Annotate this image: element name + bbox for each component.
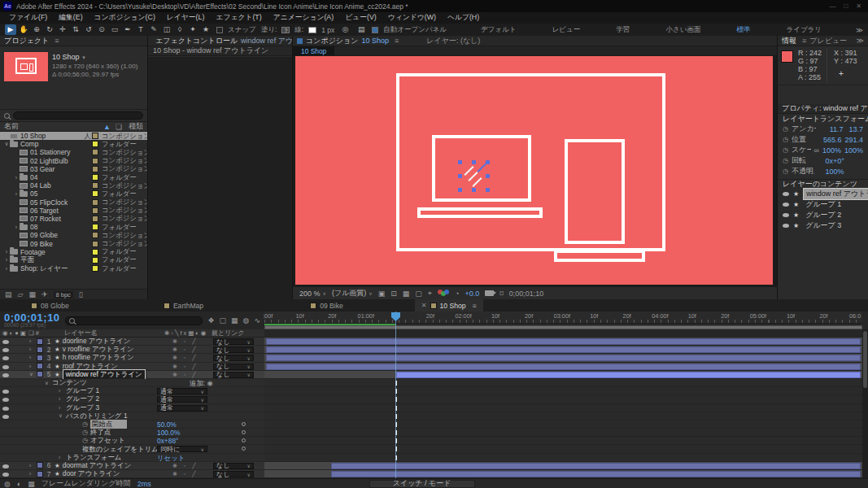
expand-arrow-icon[interactable]: › xyxy=(3,257,10,263)
layer-track[interactable] xyxy=(264,470,862,478)
timeline-row[interactable]: ∨ ★ ◷ パスのトリミング 1 xyxy=(0,412,868,420)
layer-duration-bar[interactable] xyxy=(266,346,861,353)
layer-duration-bar[interactable] xyxy=(266,364,861,370)
layer-track[interactable] xyxy=(264,379,862,387)
eye-icon[interactable] xyxy=(783,192,789,196)
maximize-button[interactable]: □ xyxy=(844,2,848,10)
expand-arrow-icon[interactable]: ∨ xyxy=(3,141,10,147)
project-item[interactable]: ∨ Comp 人 フォルダー xyxy=(0,140,147,148)
timeline-row[interactable]: › ★ ◷ グループ 3 通常 xyxy=(0,404,868,412)
transform-property-row[interactable]: ◷ アンカー 11.7 13.7 xyxy=(778,124,868,134)
tab-effect-controls[interactable]: エフェクトコントロール xyxy=(155,36,238,46)
interpret-footage-icon[interactable]: ▤ xyxy=(5,290,12,298)
expand-arrow-icon[interactable]: › xyxy=(13,224,20,230)
property-value-1[interactable]: 565.6 xyxy=(823,136,842,144)
expand-arrow-icon[interactable]: › xyxy=(59,396,63,402)
stopwatch-icon[interactable]: ◷ xyxy=(783,146,788,154)
item-name[interactable]: 04 Lab xyxy=(30,181,92,190)
label-color-swatch[interactable] xyxy=(92,265,98,272)
stopwatch-icon[interactable]: ◷ xyxy=(82,420,88,428)
item-name[interactable]: Shop: レイヤー xyxy=(20,264,92,273)
hand-tool-icon[interactable]: ✋ xyxy=(18,24,29,35)
stopwatch-icon[interactable]: ◷ xyxy=(783,125,788,133)
orbit-camera-tool-icon[interactable]: ↻ xyxy=(44,24,55,35)
label-color-swatch[interactable] xyxy=(92,232,98,238)
timeline-vertical-scrollbar[interactable] xyxy=(862,329,868,478)
trash-icon[interactable]: ▯ xyxy=(79,290,83,298)
bit-depth-button[interactable]: 8 bpc xyxy=(54,291,73,298)
timeline-row[interactable]: › ★ ◷ グループ 1 通常 xyxy=(0,387,868,395)
column-parent-link[interactable]: 親とリンク xyxy=(212,329,245,338)
auto-open-checkbox[interactable] xyxy=(372,27,378,33)
folder-panel-icon[interactable]: ▤ xyxy=(355,24,367,35)
workspace-tab[interactable]: 学習 xyxy=(609,25,636,35)
layer-track[interactable] xyxy=(264,404,862,412)
property-value-1[interactable]: 100% xyxy=(826,168,844,176)
layer-track[interactable] xyxy=(264,454,862,462)
layer-track[interactable] xyxy=(264,363,862,371)
adjust-icon[interactable]: ✈ xyxy=(41,290,48,298)
layer-label-swatch[interactable] xyxy=(37,338,43,345)
expand-arrow-icon[interactable]: › xyxy=(13,175,20,181)
eraser-tool-icon[interactable]: ◊ xyxy=(174,24,185,35)
project-item[interactable]: 10 Shop 人 コンポジション xyxy=(0,132,147,140)
item-name[interactable]: 09 Globe xyxy=(30,231,92,239)
viewer-tab-10-shop[interactable]: 10 Shop xyxy=(293,46,334,55)
layer-track[interactable] xyxy=(264,445,862,453)
item-name[interactable]: 01 Stationery xyxy=(30,148,92,156)
label-color-swatch[interactable] xyxy=(92,133,98,139)
workspace-tab[interactable]: 小さい画面 xyxy=(659,25,707,35)
property-value-1[interactable]: 11.7 xyxy=(827,125,843,133)
expand-arrow-icon[interactable]: › xyxy=(29,338,34,344)
parent-link-dropdown[interactable]: なし xyxy=(213,471,254,477)
expand-arrow-icon[interactable]: › xyxy=(29,346,34,352)
selection-tool-icon[interactable]: ▶ xyxy=(5,24,16,35)
viewer-timecode[interactable]: 0;00;01;10 xyxy=(509,290,544,298)
eye-icon[interactable] xyxy=(2,464,9,468)
timeline-tab[interactable]: 08 Globe xyxy=(24,299,76,312)
toggle-icon-a[interactable]: ◍ xyxy=(4,480,11,488)
project-item[interactable]: 03 Gear 人 コンポジション xyxy=(0,165,147,173)
label-color-swatch[interactable] xyxy=(92,199,98,206)
menu-item[interactable]: ウィンドウ(W) xyxy=(382,13,442,23)
label-color-swatch[interactable] xyxy=(92,174,98,181)
label-color-swatch[interactable] xyxy=(92,207,98,214)
content-item-name[interactable]: グループ 1 xyxy=(803,199,844,210)
timeline-tab[interactable]: EarthMap xyxy=(157,299,210,312)
parent-link-dropdown[interactable]: なし xyxy=(213,338,254,345)
panel-overflow-icon[interactable]: ≫ xyxy=(857,37,864,45)
guides-icon[interactable]: ▢ xyxy=(415,290,422,298)
snap-checkbox[interactable] xyxy=(216,27,223,33)
transform-property-row[interactable]: ◷ 位置 565.6 291.4 xyxy=(778,134,868,145)
new-composition-icon[interactable]: ▦ xyxy=(28,290,36,298)
sort-arrow-icon[interactable]: ▲ xyxy=(103,123,111,131)
time-ruler[interactable]: :00f10f20f01:00f20f02:00f10f20f03:00f10f… xyxy=(264,312,862,324)
menu-item[interactable]: アニメーション(A) xyxy=(268,13,340,23)
layer-duration-bar[interactable] xyxy=(266,338,861,345)
draft-3d-icon[interactable]: ▢ xyxy=(220,316,227,325)
menu-item[interactable]: ビュー(V) xyxy=(339,13,382,23)
label-color-swatch[interactable] xyxy=(92,141,98,147)
parent-link-dropdown[interactable]: なし xyxy=(213,355,254,361)
zoom-level-dropdown[interactable]: 200 %∨ xyxy=(299,290,326,298)
blend-mode-dropdown[interactable]: 同時に xyxy=(157,446,207,452)
current-timecode[interactable]: 0;00;01;10 xyxy=(4,313,60,322)
label-color-swatch[interactable] xyxy=(92,182,98,189)
zoom-tool-icon[interactable]: ⊕ xyxy=(31,24,42,35)
close-tab-icon[interactable]: ✕ xyxy=(421,302,427,309)
timeline-row[interactable]: ★ ◷ 複数のシェイプをトリム 同時に xyxy=(0,445,868,453)
layer-label-swatch[interactable] xyxy=(37,471,43,477)
panel-menu-icon[interactable]: ≡ xyxy=(395,37,399,45)
composition-tab-name[interactable]: 10 Shop xyxy=(361,37,389,45)
item-name[interactable]: 04 xyxy=(30,173,92,181)
layer-label-swatch[interactable] xyxy=(37,462,43,468)
property-value-1[interactable]: 100% xyxy=(822,146,841,155)
expand-arrow-icon[interactable]: ∨ xyxy=(45,380,50,386)
parent-link-dropdown[interactable]: なし xyxy=(213,364,254,370)
transform-property-row[interactable]: ◷ 回転 0x+0° xyxy=(778,155,868,166)
stopwatch-icon[interactable]: ◷ xyxy=(82,429,88,436)
layer-label-swatch[interactable] xyxy=(37,363,43,369)
tab-project[interactable]: プロジェクト xyxy=(4,36,49,46)
type-tool-icon[interactable]: T xyxy=(135,24,146,35)
project-item[interactable]: › 05 人 フォルダー xyxy=(0,190,147,198)
